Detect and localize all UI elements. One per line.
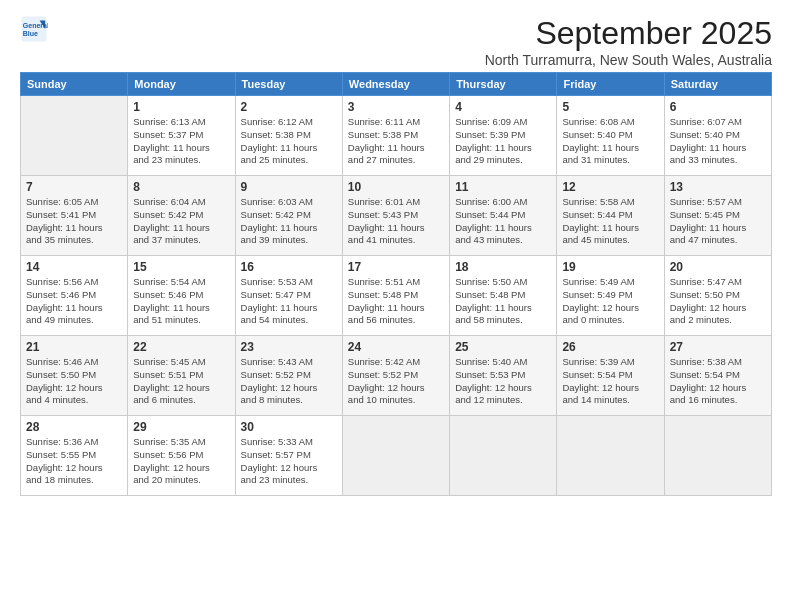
svg-rect-0	[21, 16, 46, 41]
day-info: Sunrise: 5:33 AM Sunset: 5:57 PM Dayligh…	[241, 436, 337, 487]
day-info: Sunrise: 6:07 AM Sunset: 5:40 PM Dayligh…	[670, 116, 766, 167]
logo: General Blue	[20, 15, 48, 43]
day-info: Sunrise: 5:42 AM Sunset: 5:52 PM Dayligh…	[348, 356, 444, 407]
day-number: 14	[26, 260, 122, 274]
day-cell: 7Sunrise: 6:05 AM Sunset: 5:41 PM Daylig…	[21, 176, 128, 256]
day-cell: 16Sunrise: 5:53 AM Sunset: 5:47 PM Dayli…	[235, 256, 342, 336]
day-info: Sunrise: 5:43 AM Sunset: 5:52 PM Dayligh…	[241, 356, 337, 407]
day-number: 24	[348, 340, 444, 354]
day-number: 18	[455, 260, 551, 274]
day-cell	[557, 416, 664, 496]
day-cell: 28Sunrise: 5:36 AM Sunset: 5:55 PM Dayli…	[21, 416, 128, 496]
day-cell: 18Sunrise: 5:50 AM Sunset: 5:48 PM Dayli…	[450, 256, 557, 336]
day-number: 5	[562, 100, 658, 114]
day-info: Sunrise: 5:58 AM Sunset: 5:44 PM Dayligh…	[562, 196, 658, 247]
day-number: 11	[455, 180, 551, 194]
header-cell-sunday: Sunday	[21, 73, 128, 96]
header-cell-thursday: Thursday	[450, 73, 557, 96]
day-cell: 11Sunrise: 6:00 AM Sunset: 5:44 PM Dayli…	[450, 176, 557, 256]
day-cell: 24Sunrise: 5:42 AM Sunset: 5:52 PM Dayli…	[342, 336, 449, 416]
day-cell: 25Sunrise: 5:40 AM Sunset: 5:53 PM Dayli…	[450, 336, 557, 416]
day-info: Sunrise: 5:36 AM Sunset: 5:55 PM Dayligh…	[26, 436, 122, 487]
day-info: Sunrise: 5:53 AM Sunset: 5:47 PM Dayligh…	[241, 276, 337, 327]
day-cell: 2Sunrise: 6:12 AM Sunset: 5:38 PM Daylig…	[235, 96, 342, 176]
day-number: 27	[670, 340, 766, 354]
day-cell: 15Sunrise: 5:54 AM Sunset: 5:46 PM Dayli…	[128, 256, 235, 336]
week-row-3: 14Sunrise: 5:56 AM Sunset: 5:46 PM Dayli…	[21, 256, 772, 336]
day-number: 8	[133, 180, 229, 194]
day-cell	[342, 416, 449, 496]
day-number: 9	[241, 180, 337, 194]
day-number: 6	[670, 100, 766, 114]
day-number: 29	[133, 420, 229, 434]
day-info: Sunrise: 5:45 AM Sunset: 5:51 PM Dayligh…	[133, 356, 229, 407]
day-info: Sunrise: 5:49 AM Sunset: 5:49 PM Dayligh…	[562, 276, 658, 327]
day-info: Sunrise: 6:11 AM Sunset: 5:38 PM Dayligh…	[348, 116, 444, 167]
day-number: 2	[241, 100, 337, 114]
header-row: SundayMondayTuesdayWednesdayThursdayFrid…	[21, 73, 772, 96]
week-row-1: 1Sunrise: 6:13 AM Sunset: 5:37 PM Daylig…	[21, 96, 772, 176]
day-info: Sunrise: 5:47 AM Sunset: 5:50 PM Dayligh…	[670, 276, 766, 327]
day-cell: 4Sunrise: 6:09 AM Sunset: 5:39 PM Daylig…	[450, 96, 557, 176]
day-cell: 1Sunrise: 6:13 AM Sunset: 5:37 PM Daylig…	[128, 96, 235, 176]
day-info: Sunrise: 5:54 AM Sunset: 5:46 PM Dayligh…	[133, 276, 229, 327]
day-number: 26	[562, 340, 658, 354]
day-cell: 29Sunrise: 5:35 AM Sunset: 5:56 PM Dayli…	[128, 416, 235, 496]
day-info: Sunrise: 5:38 AM Sunset: 5:54 PM Dayligh…	[670, 356, 766, 407]
day-info: Sunrise: 6:03 AM Sunset: 5:42 PM Dayligh…	[241, 196, 337, 247]
day-info: Sunrise: 5:51 AM Sunset: 5:48 PM Dayligh…	[348, 276, 444, 327]
day-cell: 27Sunrise: 5:38 AM Sunset: 5:54 PM Dayli…	[664, 336, 771, 416]
day-cell: 21Sunrise: 5:46 AM Sunset: 5:50 PM Dayli…	[21, 336, 128, 416]
day-cell: 17Sunrise: 5:51 AM Sunset: 5:48 PM Dayli…	[342, 256, 449, 336]
week-row-4: 21Sunrise: 5:46 AM Sunset: 5:50 PM Dayli…	[21, 336, 772, 416]
day-cell: 26Sunrise: 5:39 AM Sunset: 5:54 PM Dayli…	[557, 336, 664, 416]
day-cell: 13Sunrise: 5:57 AM Sunset: 5:45 PM Dayli…	[664, 176, 771, 256]
day-number: 22	[133, 340, 229, 354]
day-cell	[664, 416, 771, 496]
day-info: Sunrise: 5:46 AM Sunset: 5:50 PM Dayligh…	[26, 356, 122, 407]
header: General Blue September 2025 North Turram…	[20, 15, 772, 68]
day-number: 4	[455, 100, 551, 114]
day-number: 19	[562, 260, 658, 274]
day-info: Sunrise: 5:50 AM Sunset: 5:48 PM Dayligh…	[455, 276, 551, 327]
day-info: Sunrise: 6:04 AM Sunset: 5:42 PM Dayligh…	[133, 196, 229, 247]
calendar-table: SundayMondayTuesdayWednesdayThursdayFrid…	[20, 72, 772, 496]
header-cell-saturday: Saturday	[664, 73, 771, 96]
day-number: 17	[348, 260, 444, 274]
day-info: Sunrise: 5:39 AM Sunset: 5:54 PM Dayligh…	[562, 356, 658, 407]
day-info: Sunrise: 5:56 AM Sunset: 5:46 PM Dayligh…	[26, 276, 122, 327]
subtitle: North Turramurra, New South Wales, Austr…	[485, 52, 772, 68]
header-cell-tuesday: Tuesday	[235, 73, 342, 96]
day-info: Sunrise: 5:57 AM Sunset: 5:45 PM Dayligh…	[670, 196, 766, 247]
day-cell: 20Sunrise: 5:47 AM Sunset: 5:50 PM Dayli…	[664, 256, 771, 336]
day-number: 1	[133, 100, 229, 114]
day-cell: 30Sunrise: 5:33 AM Sunset: 5:57 PM Dayli…	[235, 416, 342, 496]
day-number: 23	[241, 340, 337, 354]
day-cell	[450, 416, 557, 496]
day-cell: 23Sunrise: 5:43 AM Sunset: 5:52 PM Dayli…	[235, 336, 342, 416]
day-number: 7	[26, 180, 122, 194]
day-info: Sunrise: 6:00 AM Sunset: 5:44 PM Dayligh…	[455, 196, 551, 247]
header-cell-wednesday: Wednesday	[342, 73, 449, 96]
header-cell-friday: Friday	[557, 73, 664, 96]
day-info: Sunrise: 6:09 AM Sunset: 5:39 PM Dayligh…	[455, 116, 551, 167]
day-number: 10	[348, 180, 444, 194]
title-block: September 2025 North Turramurra, New Sou…	[485, 15, 772, 68]
day-cell	[21, 96, 128, 176]
day-cell: 10Sunrise: 6:01 AM Sunset: 5:43 PM Dayli…	[342, 176, 449, 256]
day-info: Sunrise: 6:08 AM Sunset: 5:40 PM Dayligh…	[562, 116, 658, 167]
day-info: Sunrise: 6:05 AM Sunset: 5:41 PM Dayligh…	[26, 196, 122, 247]
day-info: Sunrise: 6:01 AM Sunset: 5:43 PM Dayligh…	[348, 196, 444, 247]
day-cell: 14Sunrise: 5:56 AM Sunset: 5:46 PM Dayli…	[21, 256, 128, 336]
day-cell: 3Sunrise: 6:11 AM Sunset: 5:38 PM Daylig…	[342, 96, 449, 176]
header-cell-monday: Monday	[128, 73, 235, 96]
month-title: September 2025	[485, 15, 772, 52]
svg-text:Blue: Blue	[23, 30, 38, 37]
day-number: 30	[241, 420, 337, 434]
day-info: Sunrise: 6:13 AM Sunset: 5:37 PM Dayligh…	[133, 116, 229, 167]
day-number: 3	[348, 100, 444, 114]
day-cell: 5Sunrise: 6:08 AM Sunset: 5:40 PM Daylig…	[557, 96, 664, 176]
day-number: 20	[670, 260, 766, 274]
logo-icon: General Blue	[20, 15, 48, 43]
day-cell: 19Sunrise: 5:49 AM Sunset: 5:49 PM Dayli…	[557, 256, 664, 336]
